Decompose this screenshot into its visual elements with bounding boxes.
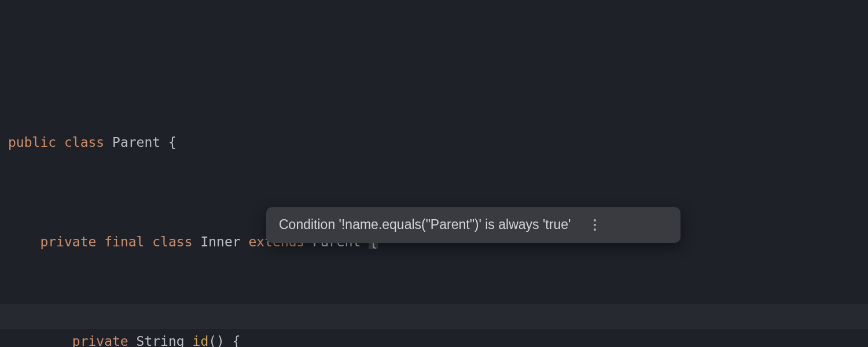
more-actions-icon[interactable] (588, 218, 602, 232)
keyword-final: final (104, 234, 144, 249)
code-line[interactable]: private String id() { (8, 329, 868, 347)
keyword-public: public (8, 135, 56, 150)
current-line-highlight (0, 304, 868, 329)
code-line[interactable]: public class Parent { (8, 130, 868, 155)
keyword-private: private (40, 234, 96, 249)
type-parent: Parent (112, 135, 160, 150)
keyword-private: private (72, 334, 128, 347)
brace-open: { (168, 135, 176, 150)
inspection-tooltip[interactable]: Condition '!name.equals("Parent")' is al… (266, 207, 681, 243)
method-decl-id: id (193, 334, 209, 347)
keyword-class: class (152, 234, 192, 249)
keyword-class: class (64, 135, 104, 150)
type-inner: Inner (200, 234, 240, 249)
type-string: String (137, 334, 185, 347)
inspection-tooltip-message: Condition '!name.equals("Parent")' is al… (279, 216, 571, 234)
code-editor[interactable]: public class Parent { private final clas… (0, 0, 868, 347)
